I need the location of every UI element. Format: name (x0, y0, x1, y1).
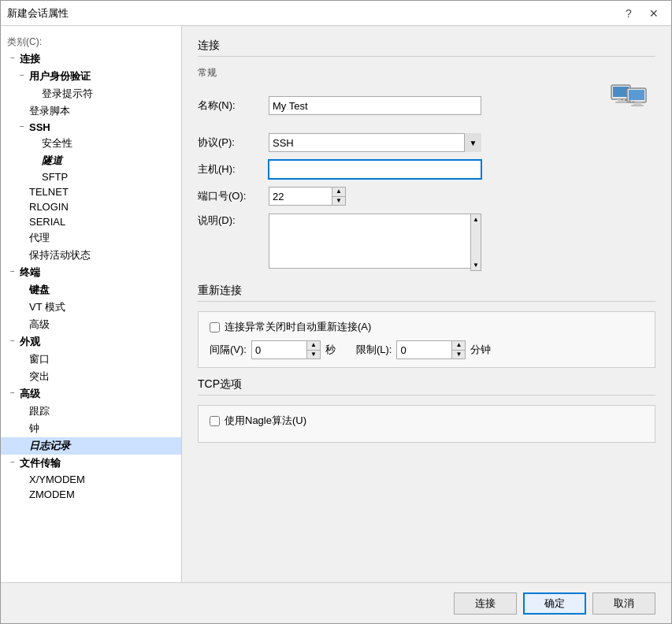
cancel-button[interactable]: 取消 (592, 592, 655, 615)
tree-item-log[interactable]: 日志记录 (1, 437, 181, 455)
ok-button[interactable]: 确定 (523, 592, 586, 615)
tree-item-vt-mode[interactable]: VT 模式 (1, 299, 181, 316)
port-input[interactable] (269, 187, 332, 206)
tcp-section: TCP选项 使用Nagle算法(U) (198, 377, 655, 452)
tree-label-window: 窗口 (29, 352, 50, 366)
tree-label-user-auth: 用户身份验证 (29, 69, 91, 84)
expand-icon-popup (17, 371, 28, 382)
tree-item-xymodem[interactable]: X/YMODEM (1, 472, 181, 487)
dialog-window: 新建会话属性 ? ✕ 类别(C): − 连接 − 用户身份验证 登录提示符 (0, 0, 672, 624)
tree-item-rlogin[interactable]: RLOGIN (1, 199, 181, 214)
tree-item-tunnel[interactable]: 隧道 (1, 152, 181, 169)
tree-label-advanced: 高级 (20, 387, 40, 401)
connect-button[interactable]: 连接 (454, 592, 517, 615)
interval-input[interactable] (251, 340, 306, 359)
tree-item-security[interactable]: 安全性 (1, 135, 181, 152)
expand-icon-keepalive (17, 250, 28, 261)
network-icon (608, 78, 655, 125)
tree-label-rlogin: RLOGIN (29, 201, 69, 213)
tree-item-appearance[interactable]: − 外观 (1, 333, 181, 351)
host-input[interactable] (269, 160, 481, 179)
svg-rect-7 (631, 105, 644, 106)
desc-scroll-up[interactable]: ▲ (473, 216, 479, 223)
tree-item-clock[interactable]: 钟 (1, 420, 181, 437)
expand-icon-clock (17, 423, 28, 434)
expand-icon-vt-mode (17, 302, 28, 313)
nagle-checkbox[interactable] (210, 416, 220, 426)
expand-icon-log (17, 440, 28, 451)
nagle-row: 使用Nagle算法(U) (210, 414, 644, 428)
tree-label-vt-mode: VT 模式 (29, 300, 65, 314)
tree-item-login-script[interactable]: 登录脚本 (1, 102, 181, 120)
tree-item-telnet[interactable]: TELNET (1, 184, 181, 199)
desc-input[interactable] (269, 214, 481, 269)
tree-item-window[interactable]: 窗口 (1, 351, 181, 368)
tree-item-keyboard[interactable]: 键盘 (1, 281, 181, 299)
tree-label-connection: 连接 (20, 52, 40, 66)
expand-icon-xymodem (17, 474, 28, 485)
limit-input[interactable] (396, 340, 451, 359)
interval-spinner: ▲ ▼ (251, 340, 321, 359)
interval-label: 间隔(V): (210, 343, 247, 357)
title-bar-controls: ? ✕ (618, 5, 665, 22)
desc-label: 说明(D): (198, 214, 269, 228)
interval-decrement-button[interactable]: ▼ (307, 350, 320, 359)
close-button[interactable]: ✕ (643, 5, 665, 22)
general-label: 常规 (198, 66, 655, 80)
tree-item-popup[interactable]: 突出 (1, 368, 181, 385)
tree-item-sftp[interactable]: SFTP (1, 169, 181, 184)
tree-label-sftp: SFTP (42, 171, 68, 183)
tree-label-serial: SERIAL (29, 216, 65, 228)
tree-item-zmodem[interactable]: ZMODEM (1, 487, 181, 502)
tcp-section-title: TCP选项 (198, 377, 655, 396)
expand-icon-terminal: − (7, 267, 18, 278)
expand-icon-login-script (17, 106, 28, 117)
tree-label-zmodem: ZMODEM (29, 488, 75, 500)
tree-item-login-prompt[interactable]: 登录提示符 (1, 85, 181, 102)
port-decrement-button[interactable]: ▼ (332, 196, 345, 206)
limit-decrement-button[interactable]: ▼ (452, 350, 465, 359)
protocol-select[interactable]: SSH TELNET RLOGIN SERIAL (269, 133, 481, 152)
limit-spinner: ▲ ▼ (396, 340, 466, 359)
auto-reconnect-row: 连接异常关闭时自动重新连接(A) (210, 320, 644, 334)
tree-item-advanced[interactable]: − 高级 (1, 385, 181, 403)
port-row: 端口号(O): ▲ ▼ (198, 187, 655, 206)
tree-item-terminal[interactable]: − 终端 (1, 264, 181, 281)
port-spinner: ▲ ▼ (269, 187, 346, 206)
tree-label-popup: 突出 (29, 370, 50, 384)
minutes-label: 分钟 (470, 343, 491, 357)
help-button[interactable]: ? (618, 5, 640, 22)
tree-item-connection[interactable]: − 连接 (1, 50, 181, 68)
tree-label-log: 日志记录 (29, 439, 70, 453)
tree-label-security: 安全性 (42, 136, 72, 150)
expand-icon-security (29, 138, 40, 149)
svg-rect-1 (613, 87, 629, 97)
tree-item-ssh[interactable]: − SSH (1, 120, 181, 135)
tree-item-advanced-term[interactable]: 高级 (1, 316, 181, 333)
tree-item-user-auth[interactable]: − 用户身份验证 (1, 68, 181, 85)
expand-icon-login-prompt (29, 88, 40, 99)
name-input[interactable] (269, 96, 481, 115)
tree-item-keepalive[interactable]: 保持活动状态 (1, 247, 181, 264)
tree-item-serial[interactable]: SERIAL (1, 214, 181, 229)
expand-icon-file-transfer: − (7, 458, 18, 469)
expand-icon-advanced: − (7, 388, 18, 399)
expand-icon-rlogin (17, 202, 28, 213)
interval-spinner-buttons: ▲ ▼ (306, 340, 321, 359)
tree-label-login-prompt: 登录提示符 (42, 87, 93, 101)
auto-reconnect-checkbox[interactable] (210, 322, 220, 332)
content-panel: 连接 常规 名称(N): (182, 26, 671, 582)
port-spinner-buttons: ▲ ▼ (332, 187, 346, 206)
desc-scroll-down[interactable]: ▼ (473, 262, 479, 269)
expand-icon-advanced-term (17, 319, 28, 330)
port-increment-button[interactable]: ▲ (332, 188, 345, 196)
tree-label-telnet: TELNET (29, 186, 69, 198)
limit-increment-button[interactable]: ▲ (452, 341, 465, 350)
tree-label-clock: 钟 (29, 422, 39, 436)
tree-panel: 类别(C): − 连接 − 用户身份验证 登录提示符 登录脚本 − SSH (1, 26, 182, 582)
tree-item-file-transfer[interactable]: − 文件传输 (1, 455, 181, 472)
reconnect-section-title: 重新连接 (198, 284, 655, 302)
tree-item-trace[interactable]: 跟踪 (1, 403, 181, 420)
tree-item-proxy[interactable]: 代理 (1, 229, 181, 247)
interval-increment-button[interactable]: ▲ (307, 341, 320, 350)
